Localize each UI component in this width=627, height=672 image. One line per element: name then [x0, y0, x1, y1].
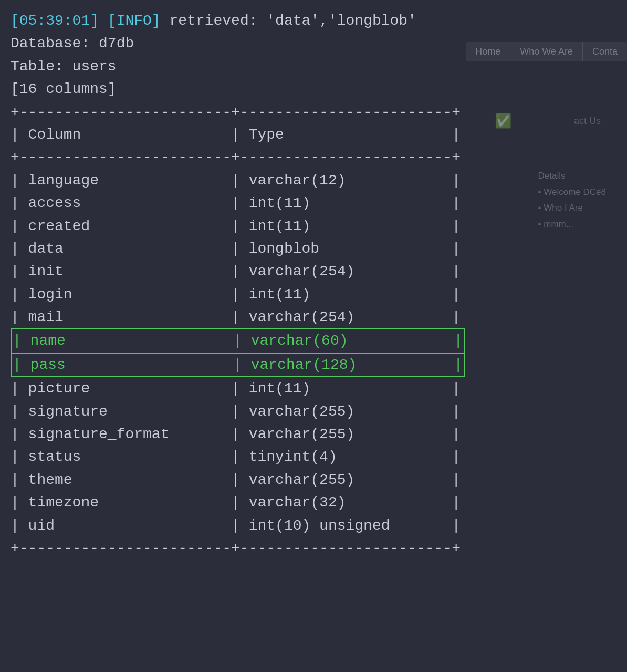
columns-line: [16 columns]	[11, 81, 117, 97]
terminal-output: [05:39:01] [INFO] retrieved: 'data','lon…	[11, 9, 616, 560]
row-theme: | theme | varchar(255) |	[11, 472, 461, 488]
header-row: | Column | Type |	[11, 127, 461, 143]
top-border: +------------------------+--------------…	[11, 104, 461, 120]
row-name-highlighted: | name | varchar(60) |	[11, 328, 465, 353]
db-line: Database: d7db	[11, 35, 134, 51]
row-mail: | mail | varchar(254) |	[11, 309, 461, 325]
row-language: | language | varchar(12) |	[11, 172, 461, 189]
row-pass-highlighted: | pass | varchar(128) |	[11, 353, 465, 377]
bottom-border: +------------------------+--------------…	[11, 540, 461, 556]
row-timezone: | timezone | varchar(32) |	[11, 494, 461, 511]
table-line: Table: users	[11, 58, 117, 75]
row-signature: | signature | varchar(255) |	[11, 404, 461, 420]
terminal-container: Home Who We Are Conta ✅ act Us Details •…	[0, 0, 627, 672]
row-login: | login | int(11) |	[11, 286, 461, 303]
log-message: retrieved: 'data','longblob'	[169, 13, 416, 29]
row-init: | init | varchar(254) |	[11, 263, 461, 280]
row-access: | access | int(11) |	[11, 195, 461, 211]
row-status: | status | tinyint(4) |	[11, 449, 461, 465]
row-data: | data | longblob |	[11, 241, 461, 257]
row-uid: | uid | int(10) unsigned |	[11, 518, 461, 534]
header-border: +------------------------+--------------…	[11, 149, 461, 166]
row-created: | created | int(11) |	[11, 218, 461, 234]
log-timestamp: [05:39:01]	[11, 13, 99, 29]
log-level: [INFO]	[108, 13, 161, 29]
row-picture: | picture | int(11) |	[11, 380, 461, 397]
row-signature-format: | signature_format | varchar(255) |	[11, 426, 461, 442]
